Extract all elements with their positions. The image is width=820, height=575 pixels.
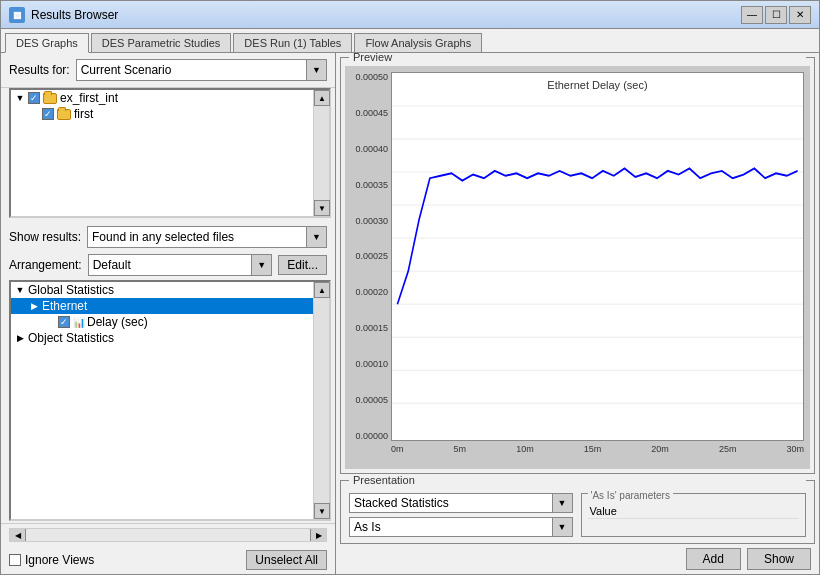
stacked-stats-arrow[interactable]: ▼: [552, 494, 572, 512]
preview-label: Preview: [349, 53, 806, 63]
expand-global[interactable]: ▼: [13, 283, 27, 297]
tree-label-first: first: [74, 107, 93, 121]
tree-item-first[interactable]: ✓ first: [11, 106, 313, 122]
tab-des-graphs[interactable]: DES Graphs: [5, 33, 89, 53]
delay-icon: 📊: [73, 317, 85, 328]
chart-line: [397, 168, 797, 304]
add-button[interactable]: Add: [686, 548, 741, 570]
y-label-10: 0.00000: [355, 431, 388, 441]
bottom-bar: ◀ ▶: [1, 523, 335, 546]
unselect-all-button[interactable]: Unselect All: [246, 550, 327, 570]
y-axis: 0.00050 0.00045 0.00040 0.00035 0.00030 …: [345, 72, 391, 441]
edit-button[interactable]: Edit...: [278, 255, 327, 275]
tree-label-ex-first-int: ex_first_int: [60, 91, 118, 105]
as-is-params-label: 'As Is' parameters: [588, 490, 673, 501]
x-label-2: 10m: [516, 444, 534, 454]
left-panel: Results for: Current Scenario ▼ ▼ ✓: [1, 53, 336, 574]
app-icon: ▦: [9, 7, 25, 23]
cb-ex-first-int[interactable]: ✓: [28, 92, 40, 104]
arrangement-arrow[interactable]: ▼: [251, 255, 271, 275]
expand-object[interactable]: ▶: [13, 331, 27, 345]
show-button[interactable]: Show: [747, 548, 811, 570]
tab-des-parametric[interactable]: DES Parametric Studies: [91, 33, 232, 52]
pres-left: Stacked Statistics ▼ As Is ▼: [349, 493, 573, 537]
arrangement-row: Arrangement: Default ▼ Edit...: [1, 252, 335, 278]
minimize-button[interactable]: —: [741, 6, 763, 24]
presentation-inner: Stacked Statistics ▼ As Is ▼ 'As Is' par…: [341, 493, 814, 537]
file-tree-scrollbar[interactable]: ▲ ▼: [313, 90, 329, 216]
x-label-6: 30m: [786, 444, 804, 454]
tab-des-run[interactable]: DES Run (1) Tables: [233, 33, 352, 52]
presentation-group: Presentation Stacked Statistics ▼ As Is …: [340, 480, 815, 544]
title-bar: ▦ Results Browser — ☐ ✕: [1, 1, 819, 29]
y-label-1: 0.00045: [355, 108, 388, 118]
stats-item-ethernet[interactable]: ▶ Ethernet: [11, 298, 313, 314]
expand-first[interactable]: [27, 107, 41, 121]
as-is-content: Value: [588, 504, 800, 519]
scroll-down-btn[interactable]: ▼: [314, 200, 330, 216]
stacked-stats-combo[interactable]: Stacked Statistics ▼: [349, 493, 573, 513]
y-label-4: 0.00030: [355, 216, 388, 226]
tab-bar: DES Graphs DES Parametric Studies DES Ru…: [1, 29, 819, 53]
stats-scrollbar[interactable]: ▲ ▼: [313, 282, 329, 519]
horizontal-scrollbar[interactable]: ◀ ▶: [9, 528, 327, 542]
y-label-8: 0.00010: [355, 359, 388, 369]
show-results-arrow[interactable]: ▼: [306, 227, 326, 247]
expand-delay[interactable]: [43, 315, 57, 329]
action-buttons: Add Show: [340, 544, 815, 570]
cb-group-delay: ✓: [58, 316, 70, 328]
presentation-label: Presentation: [349, 474, 806, 486]
h-scroll-right[interactable]: ▶: [310, 529, 326, 541]
cb-group-ex-first-int: ✓: [28, 92, 40, 104]
ignore-views-text: Ignore Views: [25, 553, 94, 567]
tab-flow-analysis[interactable]: Flow Analysis Graphs: [354, 33, 482, 52]
arrangement-value: Default: [89, 256, 252, 274]
y-label-0: 0.00050: [355, 72, 388, 82]
as-is-arrow[interactable]: ▼: [552, 518, 572, 536]
y-label-6: 0.00020: [355, 287, 388, 297]
stats-item-delay[interactable]: ✓ 📊 Delay (sec): [11, 314, 313, 330]
chart-svg: [392, 73, 803, 440]
arrangement-label: Arrangement:: [9, 258, 82, 272]
x-label-3: 15m: [584, 444, 602, 454]
folder-icon-ex-first-int: [43, 93, 57, 104]
chart-title: Ethernet Delay (sec): [392, 79, 803, 91]
value-header: Value: [588, 504, 800, 519]
maximize-button[interactable]: ☐: [765, 6, 787, 24]
scroll-up-btn[interactable]: ▲: [314, 90, 330, 106]
results-for-combo[interactable]: Current Scenario ▼: [76, 59, 327, 81]
close-button[interactable]: ✕: [789, 6, 811, 24]
value-label: Value: [590, 505, 617, 517]
preview-group: Preview 0.00050 0.00045 0.00040 0.00035 …: [340, 57, 815, 474]
right-panel: Preview 0.00050 0.00045 0.00040 0.00035 …: [336, 53, 819, 574]
expand-ethernet[interactable]: ▶: [27, 299, 41, 313]
show-results-label: Show results:: [9, 230, 81, 244]
file-tree[interactable]: ▼ ✓ ex_first_int ✓ first: [11, 90, 313, 216]
stats-scroll-up[interactable]: ▲: [314, 282, 330, 298]
stats-label-delay: Delay (sec): [87, 315, 148, 329]
stats-item-global[interactable]: ▼ Global Statistics: [11, 282, 313, 298]
stats-item-object[interactable]: ▶ Object Statistics: [11, 330, 313, 346]
arrangement-combo[interactable]: Default ▼: [88, 254, 273, 276]
as-is-value: As Is: [350, 518, 552, 536]
stats-label-ethernet: Ethernet: [42, 299, 87, 313]
x-label-4: 20m: [651, 444, 669, 454]
results-for-arrow[interactable]: ▼: [306, 60, 326, 80]
stats-scroll-down[interactable]: ▼: [314, 503, 330, 519]
ignore-views-cb[interactable]: [9, 554, 21, 566]
bottom-buttons-row: Ignore Views Unselect All: [1, 546, 335, 574]
show-results-combo[interactable]: Found in any selected files ▼: [87, 226, 327, 248]
expand-ex-first-int[interactable]: ▼: [13, 91, 27, 105]
tree-item-ex-first-int[interactable]: ▼ ✓ ex_first_int: [11, 90, 313, 106]
h-scroll-track: [26, 529, 310, 541]
cb-delay[interactable]: ✓: [58, 316, 70, 328]
stats-label-object: Object Statistics: [28, 331, 114, 345]
window-title: Results Browser: [31, 8, 741, 22]
as-is-combo[interactable]: As Is ▼: [349, 517, 573, 537]
y-label-5: 0.00025: [355, 251, 388, 261]
h-scroll-left[interactable]: ◀: [10, 529, 26, 541]
chart-area: Ethernet Delay (sec): [391, 72, 804, 441]
cb-first[interactable]: ✓: [42, 108, 54, 120]
y-label-9: 0.00005: [355, 395, 388, 405]
stats-tree[interactable]: ▼ Global Statistics ▶ Ethernet ✓: [11, 282, 313, 519]
